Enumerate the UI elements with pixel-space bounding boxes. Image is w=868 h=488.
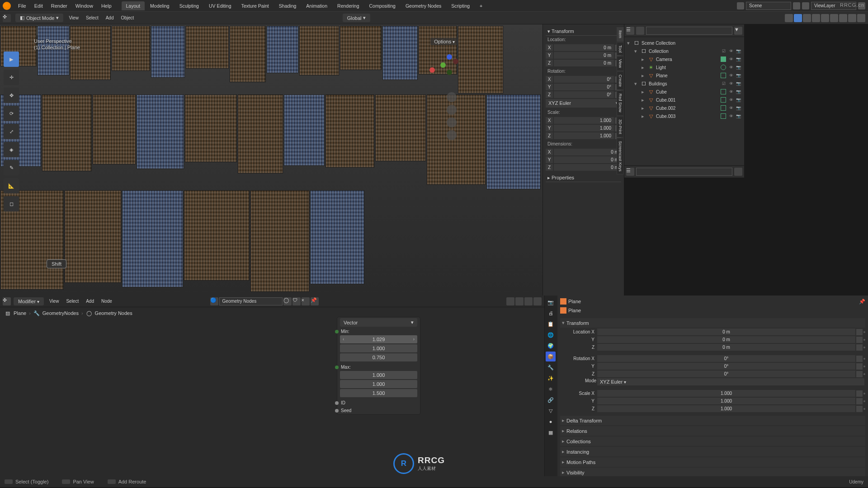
rot-x-field[interactable]: 0°: [554, 76, 614, 83]
shading-render-icon[interactable]: [857, 14, 865, 22]
persp-icon[interactable]: [447, 130, 457, 140]
npanel-tab-create[interactable]: Create: [617, 71, 624, 90]
outliner-item[interactable]: ▸▽ Cube.003 👁📷: [626, 112, 742, 120]
npanel-tab-tool[interactable]: Tool: [617, 42, 624, 56]
menu-render[interactable]: Render: [47, 2, 71, 10]
tool-transform[interactable]: ◈: [4, 142, 19, 157]
rotation-mode-select[interactable]: XYZ Euler▾: [546, 99, 621, 108]
ploc-y-field[interactable]: 0 m: [597, 336, 855, 343]
overlay2-icon[interactable]: [524, 297, 533, 305]
gizmo-toggle-icon[interactable]: [794, 14, 802, 22]
node-menu-add[interactable]: Add: [83, 297, 97, 305]
min-x-field[interactable]: ‹1.029›: [340, 335, 417, 343]
menu-window[interactable]: Window: [72, 2, 97, 10]
filter-icon[interactable]: [636, 27, 644, 35]
lock-icon[interactable]: [856, 406, 863, 412]
outliner-item[interactable]: ▸▽ Cube 👁📷: [626, 88, 742, 96]
ptab-constraint[interactable]: 🔗: [546, 395, 556, 405]
props-search-input[interactable]: [636, 168, 732, 176]
tab-compositing[interactable]: Compositing: [365, 1, 400, 10]
scale-y-field[interactable]: 1.000: [554, 125, 614, 131]
random-value-node[interactable]: Vector▾ Min: ‹1.029› 1.000 0.750 Max: 1.…: [337, 317, 420, 415]
ptab-mesh[interactable]: ▽: [546, 406, 556, 416]
tool-move[interactable]: ✥: [4, 88, 19, 103]
panel-visibility[interactable]: ▸Visibility: [560, 468, 865, 476]
loc-x-field[interactable]: 0 m: [554, 44, 614, 51]
modifier-dropdown[interactable]: Modifier ▾: [14, 297, 44, 305]
outliner-item[interactable]: ▾☐ Buildings ☑👁📷: [626, 80, 742, 88]
panel-relations[interactable]: ▸Relations: [560, 426, 865, 436]
tab-shading[interactable]: Shading: [274, 1, 301, 10]
scene-icon[interactable]: [737, 2, 744, 9]
max-z-field[interactable]: 1.500: [340, 389, 417, 397]
outliner-item[interactable]: ▸▽ Plane 👁📷: [626, 71, 742, 80]
overlay-toggle-icon[interactable]: [812, 14, 820, 22]
menu-object[interactable]: Object: [118, 14, 137, 22]
outliner-item[interactable]: ▸▽ Cube.002 👁📷: [626, 104, 742, 112]
tab-geonodes[interactable]: Geometry Nodes: [401, 1, 446, 10]
snap-icon[interactable]: [515, 297, 524, 305]
tab-modeling[interactable]: Modeling: [146, 1, 174, 10]
prot-x-field[interactable]: 0°: [597, 355, 855, 362]
unlink-icon[interactable]: ×: [302, 297, 310, 305]
node-canvas[interactable]: Vector▾ Min: ‹1.029› 1.000 0.750 Max: 1.…: [0, 319, 544, 476]
node-menu-select[interactable]: Select: [63, 297, 81, 305]
transform-panel-header[interactable]: ▾ Transform: [546, 27, 621, 36]
socket-icon[interactable]: [335, 401, 339, 405]
tab-uv[interactable]: UV Editing: [204, 1, 236, 10]
ptab-texture[interactable]: ▦: [546, 427, 556, 437]
socket-icon[interactable]: [335, 330, 339, 333]
lock-icon[interactable]: [856, 390, 863, 397]
zoom-icon[interactable]: [447, 92, 457, 102]
ptab-particle[interactable]: ✨: [546, 373, 556, 383]
users-icon[interactable]: ◯: [283, 297, 292, 305]
lock-icon[interactable]: [856, 398, 863, 404]
props-type-icon[interactable]: ☰: [626, 168, 634, 176]
outliner-item[interactable]: ▸▽ Cube.001 👁📷: [626, 96, 742, 104]
npanel-tab-screencast[interactable]: Screencast Keys: [617, 138, 624, 175]
panel-delta[interactable]: ▸Delta Transform: [560, 416, 865, 425]
socket-icon[interactable]: [335, 409, 339, 413]
dim-z-field[interactable]: 0 m: [554, 164, 621, 171]
outliner-search-input[interactable]: [646, 27, 732, 35]
object-name-breadcrumb[interactable]: Plane: [568, 299, 581, 304]
pscale-y-field[interactable]: 1.000: [597, 398, 855, 404]
ptab-scene[interactable]: 🌐: [546, 330, 556, 340]
tool-rotate[interactable]: ⟳: [4, 106, 19, 121]
tool-measure[interactable]: 📐: [4, 178, 19, 193]
tab-add[interactable]: +: [475, 1, 487, 10]
ptab-viewlayer[interactable]: 📋: [546, 319, 556, 329]
pscale-x-field[interactable]: 1.000: [597, 390, 855, 397]
scene-new-icon[interactable]: [793, 2, 800, 9]
hand-icon[interactable]: [447, 105, 457, 115]
properties-panel-header[interactable]: ▸ Properties: [546, 174, 621, 182]
ptab-object[interactable]: 📦: [546, 352, 556, 361]
orientation-dropdown[interactable]: Global ▾: [343, 14, 371, 22]
ptab-output[interactable]: 🖨: [546, 308, 556, 318]
tab-animation[interactable]: Animation: [302, 1, 332, 10]
menu-select[interactable]: Select: [83, 14, 101, 22]
editor-type-icon[interactable]: ✜: [3, 14, 11, 22]
axis-x-icon[interactable]: [429, 67, 435, 73]
outliner-item[interactable]: ▸☀ Light 👁📷: [626, 63, 742, 71]
data-name-breadcrumb[interactable]: Plane: [568, 308, 581, 313]
overlay-icon[interactable]: [803, 14, 811, 22]
menu-edit[interactable]: Edit: [31, 2, 47, 10]
lock-icon[interactable]: [856, 329, 863, 335]
scale-x-field[interactable]: 1.000: [554, 117, 614, 124]
tool-add[interactable]: ◻: [4, 196, 19, 211]
lock-icon[interactable]: [856, 356, 863, 362]
fake-user-icon[interactable]: 🛡: [292, 297, 301, 305]
ploc-z-field[interactable]: 0 m: [597, 344, 855, 351]
axis-z-icon[interactable]: [447, 54, 452, 60]
lock-icon[interactable]: [856, 344, 863, 351]
transform-panel-header[interactable]: ▾Transform: [560, 318, 865, 328]
overlay-icon[interactable]: [506, 297, 514, 305]
dim-x-field[interactable]: 0 m: [554, 149, 621, 155]
camera-icon[interactable]: [447, 117, 457, 127]
viewlayer-icon[interactable]: [802, 2, 809, 9]
ptab-modifier[interactable]: 🔧: [546, 362, 556, 372]
pscale-z-field[interactable]: 1.000: [597, 405, 855, 412]
tab-layout[interactable]: Layout: [122, 1, 145, 10]
options-popover[interactable]: Options ▾: [430, 38, 458, 45]
